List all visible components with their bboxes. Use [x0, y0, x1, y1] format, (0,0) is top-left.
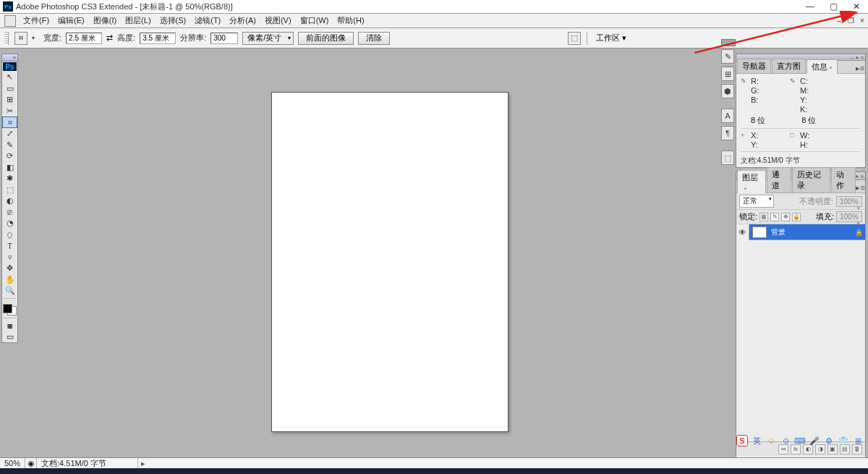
marquee-tool[interactable]: ▭	[2, 83, 17, 95]
tool-preset-drop[interactable]: ▾	[32, 35, 39, 41]
front-image-button[interactable]: 前面的图像	[298, 32, 354, 45]
canvas-area[interactable]	[18, 48, 736, 463]
doc-info-field[interactable]: 文档:4.51M/0 字节	[37, 458, 138, 468]
ps-badge[interactable]: Ps	[3, 62, 17, 71]
tab-histogram[interactable]: 直方图	[772, 59, 806, 73]
ribbon-btn-3[interactable]: ⬢	[721, 84, 734, 98]
color-swatches[interactable]	[2, 303, 17, 317]
height-label: 高度:	[117, 33, 135, 43]
eyedropper-tool[interactable]: ⤢	[2, 128, 17, 140]
resolution-input[interactable]: 300	[210, 33, 238, 44]
maximize-button[interactable]: ▢	[822, 0, 845, 13]
width-input[interactable]: 2.5 厘米	[66, 33, 102, 44]
ime-icon-2[interactable]: ⊙	[780, 435, 791, 447]
ribbon-btn-4[interactable]: A	[721, 109, 734, 123]
tab-channels[interactable]: 通道	[767, 167, 791, 192]
menu-file[interactable]: 文件(F)	[19, 14, 54, 27]
info-panel-menu[interactable]: ▸≡	[855, 64, 865, 73]
menu-edit[interactable]: 编辑(E)	[54, 14, 89, 27]
tool-palette-header[interactable]: »	[2, 54, 17, 62]
dodge-tool[interactable]: ◔	[2, 218, 17, 229]
ribbon-btn-6[interactable]: ⬚	[721, 151, 734, 165]
g-label: G:	[751, 86, 762, 95]
ime-lang[interactable]: 英	[751, 435, 762, 447]
gradient-tool[interactable]: ◐	[2, 195, 17, 207]
crop-tool[interactable]: ⌗	[2, 117, 17, 128]
opacity-input[interactable]: 100%	[836, 196, 862, 207]
menu-window[interactable]: 窗口(W)	[296, 14, 333, 27]
menu-analysis[interactable]: 分析(A)	[225, 14, 260, 27]
healing-tool[interactable]: ✎	[2, 139, 17, 151]
type-tool[interactable]: T	[2, 240, 17, 252]
ribbon-btn-1[interactable]: ✎	[721, 49, 734, 64]
swap-wh-button[interactable]: ⇄	[106, 33, 113, 43]
ime-icon-6[interactable]: 👕	[838, 435, 849, 447]
ime-icon-1[interactable]: ☺	[765, 435, 777, 447]
stamp-tool[interactable]: ◧	[2, 161, 17, 173]
tab-info[interactable]: 信息×	[807, 59, 838, 74]
eraser-tool[interactable]: ⬚	[2, 184, 17, 195]
workspace-selector[interactable]: 工作区 ▾	[593, 33, 629, 43]
doc-restore-button[interactable]: ❐	[845, 16, 856, 26]
lock-paint-icon[interactable]: ✎	[770, 213, 779, 221]
history-brush-tool[interactable]: ✱	[2, 173, 17, 185]
menu-image[interactable]: 图像(I)	[89, 14, 121, 27]
layer-name[interactable]: 背景	[770, 227, 855, 237]
close-button[interactable]: ✕	[845, 0, 868, 13]
ribbon-btn-2[interactable]: ⊞	[721, 67, 734, 81]
quick-select-tool[interactable]: ✂	[2, 106, 17, 117]
options-grip[interactable]	[4, 32, 9, 45]
tab-navigator[interactable]: 导航器	[737, 59, 771, 73]
document-canvas[interactable]	[271, 92, 509, 432]
foreground-swatch[interactable]	[3, 304, 12, 313]
doc-minimize-button[interactable]: –	[833, 16, 845, 26]
status-icon[interactable]: ◉	[25, 458, 37, 468]
hand-tool[interactable]: ✋	[2, 274, 17, 286]
height-input[interactable]: 3.5 厘米	[140, 33, 176, 44]
clear-button[interactable]: 清除	[358, 32, 390, 45]
visibility-toggle[interactable]: 👁	[736, 224, 749, 240]
screenmode-toggle[interactable]: ▭	[2, 331, 17, 343]
blend-mode-select[interactable]: 正常	[739, 195, 774, 208]
lock-move-icon[interactable]: ✥	[781, 213, 790, 221]
units-select[interactable]: 像素/英寸	[242, 32, 294, 45]
menu-help[interactable]: 帮助(H)	[333, 14, 368, 27]
status-menu-arrow[interactable]: ▸	[138, 459, 148, 468]
move-tool[interactable]: ↖	[2, 72, 17, 83]
menu-layer[interactable]: 图层(L)	[121, 14, 155, 27]
tab-history[interactable]: 历史记录	[792, 167, 831, 192]
lock-trans-icon[interactable]: ▦	[760, 213, 768, 221]
menu-select[interactable]: 选择(S)	[156, 14, 191, 27]
brush-tool[interactable]: ⟳	[2, 151, 17, 162]
fill-input[interactable]: 100%	[836, 211, 862, 222]
layer-row[interactable]: 👁 背景 🔒	[736, 224, 865, 240]
zoom-tool[interactable]: 🔍	[2, 285, 17, 297]
zoom-field[interactable]: 50%	[0, 458, 25, 468]
ime-icon-3[interactable]: ⌨	[794, 435, 806, 447]
layers-panel-menu[interactable]: ▸≡	[856, 183, 865, 192]
minimize-button[interactable]: —	[799, 0, 822, 13]
quickmask-toggle[interactable]: ◙	[2, 320, 17, 331]
path-select-tool[interactable]: ▿	[2, 252, 17, 263]
layer-thumbnail[interactable]	[752, 227, 767, 238]
ime-icon-5[interactable]: ⚙	[823, 435, 835, 447]
ribbon-btn-5[interactable]: ¶	[721, 126, 734, 140]
menu-filter[interactable]: 滤镜(T)	[190, 14, 225, 27]
crop-tool-icon[interactable]: ⌗	[14, 32, 27, 45]
ime-icon-4[interactable]: 🎤	[809, 435, 820, 447]
sogou-icon[interactable]: S	[736, 435, 748, 447]
windows-taskbar[interactable]	[0, 468, 868, 474]
ime-icon-7[interactable]: ⊞	[852, 435, 864, 447]
menu-view[interactable]: 视图(V)	[260, 14, 296, 27]
tab-layers[interactable]: 图层×	[737, 170, 766, 193]
lasso-tool[interactable]: ⊞	[2, 94, 17, 106]
quickmask-icon[interactable]: ⬚	[568, 32, 581, 45]
tab-actions[interactable]: 动作	[831, 167, 856, 192]
lock-all-icon[interactable]: 🔒	[792, 213, 801, 221]
doc-close-button[interactable]: ×	[856, 16, 868, 26]
blur-tool[interactable]: ⎚	[2, 207, 17, 219]
ps-menu-icon[interactable]	[4, 15, 16, 27]
shape-tool[interactable]: ✥	[2, 263, 17, 274]
ribbon-header[interactable]: «	[721, 39, 736, 46]
pen-tool[interactable]: ⬯	[2, 229, 17, 241]
